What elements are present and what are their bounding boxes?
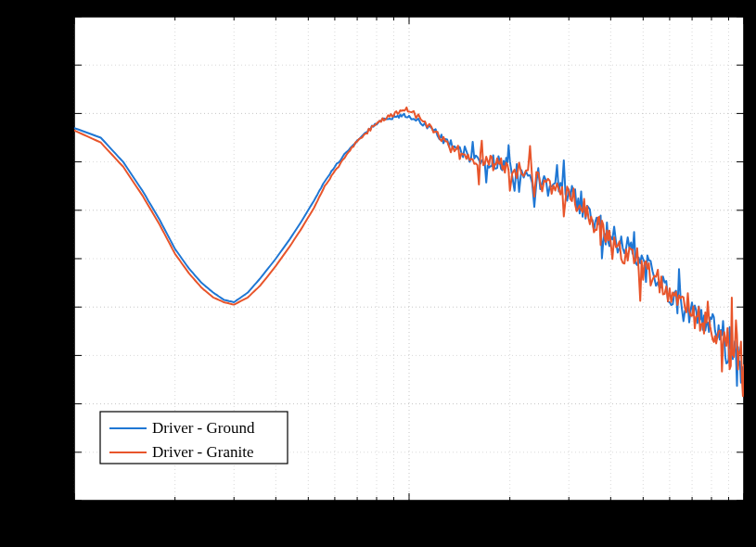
legend-label-1: Driver - Granite: [152, 443, 254, 461]
legend: Driver - GroundDriver - Granite: [100, 412, 288, 464]
chart-svg: Driver - GroundDriver - Granite: [0, 0, 756, 547]
legend-label-0: Driver - Ground: [152, 419, 255, 437]
chart-container: Driver - GroundDriver - Granite: [0, 0, 756, 547]
